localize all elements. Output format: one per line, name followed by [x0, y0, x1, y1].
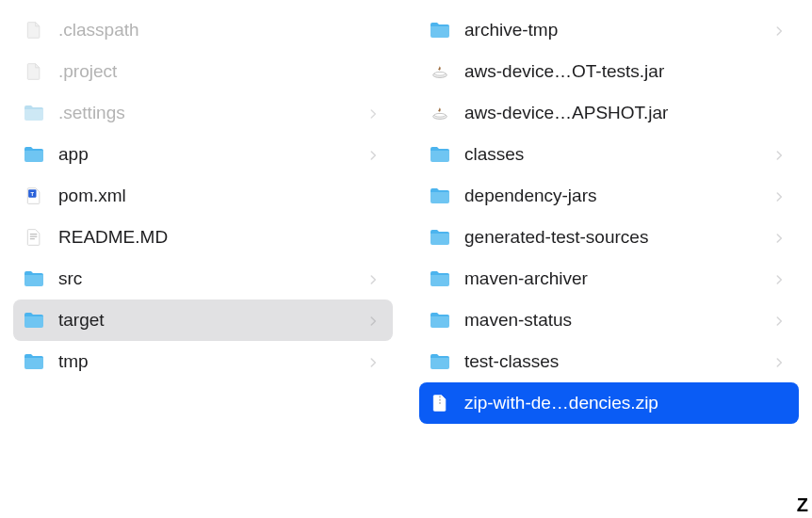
folder-icon	[23, 267, 45, 290]
jar-file-icon	[429, 60, 451, 83]
chevron-right-icon	[366, 312, 383, 329]
file-row[interactable]: aws-device…OT-tests.jar	[419, 51, 799, 92]
chevron-right-icon	[366, 146, 383, 163]
folder-icon	[429, 350, 451, 373]
file-row[interactable]: target	[13, 299, 393, 341]
chevron-right-icon	[772, 22, 789, 39]
corner-letter: Z	[797, 494, 808, 516]
file-label: tmp	[58, 351, 366, 372]
file-row[interactable]: classes	[419, 134, 799, 175]
svg-rect-10	[439, 399, 441, 401]
folder-icon	[429, 185, 451, 207]
xml-file-icon: T	[23, 185, 45, 207]
chevron-right-icon	[772, 146, 789, 163]
file-label: src	[58, 268, 366, 289]
folder-icon	[429, 309, 451, 332]
file-label: maven-status	[464, 310, 772, 331]
file-label: archive-tmp	[464, 20, 772, 40]
file-label: .project	[58, 61, 383, 82]
chevron-right-icon	[366, 270, 383, 287]
file-row[interactable]: .settings	[13, 92, 393, 134]
file-label: test-classes	[464, 351, 772, 372]
file-row[interactable]: README.MD	[13, 217, 393, 258]
folder-icon	[429, 19, 451, 41]
svg-point-6	[434, 72, 446, 75]
file-row[interactable]: .classpath	[13, 9, 393, 51]
svg-point-8	[434, 113, 446, 117]
file-row[interactable]: zip-with-de…dencies.zip	[419, 382, 799, 424]
file-row[interactable]: maven-status	[419, 299, 799, 341]
file-row[interactable]: generated-test-sources	[419, 217, 799, 258]
file-faded-icon	[23, 19, 45, 41]
file-label: target	[58, 310, 366, 331]
jar-file-icon	[429, 102, 451, 124]
file-label: zip-with-de…dencies.zip	[464, 393, 789, 413]
file-row[interactable]: archive-tmp	[419, 9, 799, 51]
folder-faded-icon	[23, 102, 45, 124]
file-row[interactable]: dependency-jars	[419, 175, 799, 217]
file-row[interactable]: src	[13, 258, 393, 299]
chevron-right-icon	[772, 229, 789, 246]
folder-icon	[429, 267, 451, 290]
chevron-right-icon	[772, 312, 789, 329]
text-file-icon	[23, 226, 45, 249]
file-row[interactable]: tmp	[13, 341, 393, 382]
folder-icon	[23, 309, 45, 332]
folder-icon	[23, 350, 45, 373]
file-label: pom.xml	[58, 186, 383, 206]
file-row[interactable]: aws-device…APSHOT.jar	[419, 92, 799, 134]
file-faded-icon	[23, 60, 45, 83]
file-label: maven-archiver	[464, 268, 772, 289]
file-row[interactable]: Tpom.xml	[13, 175, 393, 217]
file-label: dependency-jars	[464, 186, 772, 206]
folder-icon	[429, 143, 451, 166]
zip-file-icon	[429, 392, 451, 414]
svg-rect-11	[439, 402, 441, 404]
chevron-right-icon	[772, 270, 789, 287]
file-label: README.MD	[58, 227, 383, 248]
svg-text:T: T	[31, 191, 35, 197]
file-label: app	[58, 144, 366, 165]
chevron-right-icon	[366, 353, 383, 370]
chevron-right-icon	[772, 187, 789, 204]
chevron-right-icon	[366, 105, 383, 121]
folder-icon	[429, 226, 451, 249]
file-label: .classpath	[58, 20, 383, 40]
file-row[interactable]: app	[13, 134, 393, 175]
chevron-right-icon	[772, 353, 789, 370]
file-label: classes	[464, 144, 772, 165]
file-label: generated-test-sources	[464, 227, 772, 248]
folder-icon	[23, 143, 45, 166]
right-column: archive-tmpaws-device…OT-tests.jaraws-de…	[406, 0, 812, 518]
file-label: aws-device…APSHOT.jar	[464, 103, 789, 123]
file-row[interactable]: test-classes	[419, 341, 799, 382]
file-row[interactable]: maven-archiver	[419, 258, 799, 299]
left-column: .classpath.project.settingsappTpom.xmlRE…	[0, 0, 406, 518]
file-label: aws-device…OT-tests.jar	[464, 61, 789, 82]
svg-rect-9	[439, 397, 441, 398]
file-label: .settings	[58, 103, 366, 123]
file-row[interactable]: .project	[13, 51, 393, 92]
